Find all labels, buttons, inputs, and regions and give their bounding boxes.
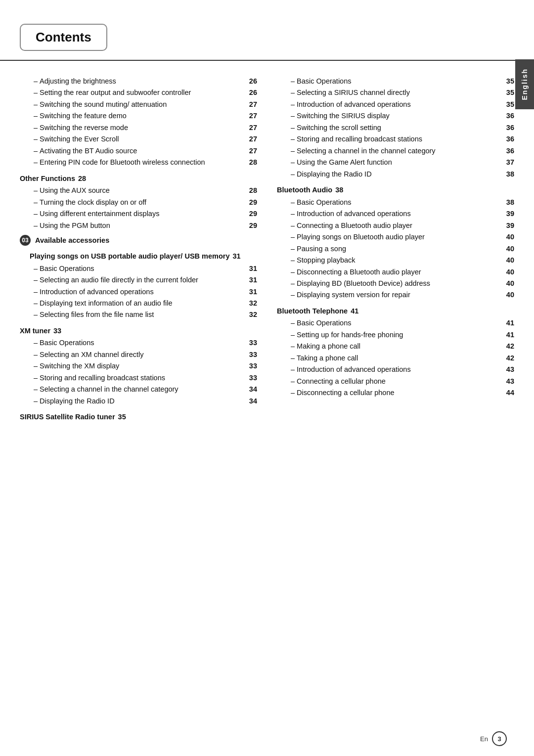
sub-text: Entering PIN code for Bluetooth wireless… [40,157,246,168]
sub-text: Introduction of advanced operations [297,364,503,375]
list-item: – Storing and recalling broadcast statio… [20,372,257,383]
sub-text: Selecting an audio file directly in the … [40,274,246,285]
sub-num: 32 [249,298,257,309]
sub-text: Selecting an XM channel directly [40,349,246,360]
list-item: – Selecting an XM channel directly 33 [20,349,257,360]
sub-num: 35 [506,76,514,87]
list-item: – Selecting a channel in the channel cat… [20,384,257,395]
sub-text: Turning the clock display on or off [40,197,246,208]
sub-num: 33 [249,360,257,371]
list-item: – Using the AUX source 28 [20,185,257,196]
sub-num: 27 [249,122,257,133]
sub-num: 38 [506,169,514,179]
sub-num: 44 [506,387,514,398]
list-item: – Switching the feature demo 27 [20,110,257,121]
sub-num: 27 [249,145,257,156]
list-item: – Turning the clock display on or off 29 [20,197,257,208]
side-tab-label: English [521,68,529,100]
col-right: – Basic Operations 35 – Selecting a SIRI… [277,76,514,424]
sub-text: Switching the sound muting/ attenuation [40,99,246,110]
list-item: – Stopping playback 40 [277,255,514,266]
main-content: – Adjusting the brightness 26 – Setting … [0,61,534,453]
sub-num: 36 [506,110,514,121]
dash: – [291,208,295,219]
dash: – [34,309,38,320]
dash: – [34,110,38,121]
sub-num: 37 [506,157,514,168]
section-icon: 03 [20,235,31,246]
list-item: – Displaying the Radio ID 34 [20,396,257,406]
sub-text: Taking a phone call [297,353,503,363]
footer-lang: En [480,735,488,743]
footer-page: 3 [492,731,507,746]
dash: – [34,122,38,133]
list-item: 03 Available accessories [20,235,257,246]
sub-text: Displaying the Radio ID [40,396,246,406]
sub-text: Basic Operations [40,263,246,274]
list-item: – Displaying system version for repair 4… [277,289,514,300]
list-item: – Introduction of advanced operations 43 [277,364,514,375]
list-item: Playing songs on USB portable audio play… [20,251,257,262]
sub-text: Displaying system version for repair [297,289,503,300]
list-item: – Displaying BD (Bluetooth Device) addre… [277,278,514,289]
list-item: – Connecting a Bluetooth audio player 39 [277,220,514,231]
dash: – [291,99,295,110]
sub-text: Displaying the Radio ID [297,169,503,179]
sub-num: 43 [506,376,514,387]
list-item: – Switching the reverse mode 27 [20,122,257,133]
sub-text: Displaying BD (Bluetooth Device) address [297,278,503,289]
sub-text: Pausing a song [297,243,503,254]
section-label: SIRIUS Satellite Radio tuner [20,413,115,421]
sub-text: Basic Operations [297,76,503,87]
page-title: Contents [36,30,91,44]
list-item: – Switching the sound muting/ attenuatio… [20,99,257,110]
list-item: – Basic Operations 41 [277,317,514,328]
dash: – [34,298,38,309]
sub-text: Making a phone call [297,341,503,352]
list-item: – Basic Operations 31 [20,263,257,274]
sub-num: 34 [249,384,257,395]
list-item: Bluetooth Audio38 [277,184,514,195]
dash: – [34,384,38,395]
dash: – [291,220,295,231]
list-item: – Using different entertainment displays… [20,208,257,219]
sub-text: Basic Operations [40,337,246,348]
sub-text: Switching the reverse mode [40,122,246,133]
sub-text: Introduction of advanced operations [40,286,246,297]
sub-text: Selecting files from the file name list [40,309,246,320]
sub-text: Introduction of advanced operations [297,99,503,110]
sub-num: 39 [506,208,514,219]
page-wrapper: English Contents – Adjusting the brightn… [0,0,534,756]
sub-text: Selecting a channel in the channel categ… [297,145,503,156]
dash: – [291,145,295,156]
sub-text: Selecting a SIRIUS channel directly [297,87,503,98]
sub-num: 36 [506,145,514,156]
list-item: – Disconnecting a Bluetooth audio player… [277,267,514,277]
dash: – [291,133,295,144]
list-item: – Making a phone call 42 [277,341,514,352]
sub-text: Selecting a channel in the channel categ… [40,384,246,395]
sub-num: 40 [506,231,514,242]
list-item: – Using the PGM button 29 [20,220,257,231]
list-item: – Selecting a SIRIUS channel directly 35 [277,87,514,98]
dash: – [291,169,295,179]
sub-text: Using the Game Alert function [297,157,503,168]
dash: – [291,76,295,87]
list-item: – Switching the XM display 33 [20,360,257,371]
dash: – [34,133,38,144]
dash: – [291,329,295,340]
dash: – [291,376,295,387]
sub-text: Setting the rear output and subwoofer co… [40,87,246,98]
dash: – [34,208,38,219]
list-item: – Introduction of advanced operations 39 [277,208,514,219]
list-item: – Connecting a cellular phone 43 [277,376,514,387]
footer: En 3 [480,731,507,746]
section-label: XM tuner [20,327,50,335]
sub-text: Stopping playback [297,255,503,266]
dash: – [34,274,38,285]
list-item: – Storing and recalling broadcast statio… [277,133,514,144]
dash: – [291,353,295,363]
sub-num: 35 [506,99,514,110]
sub-num: 36 [506,133,514,144]
page-header: Contents [0,15,534,61]
